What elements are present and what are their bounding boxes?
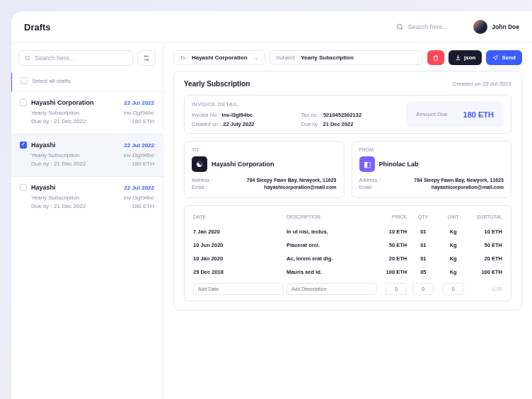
amount-due-label: Amount Due [416,111,447,117]
checkbox[interactable] [20,99,27,106]
draft-date: 22 Jul 2022 [124,185,154,191]
download-icon [455,54,461,61]
sliders-icon [143,54,150,62]
amount-due-value: 180 ETH [463,110,494,119]
global-search-placeholder: Search here... [408,23,449,30]
subject-label: Subject : [276,54,298,61]
draft-invoice: inv-l3gI94bc [124,152,154,158]
content-area: To : Hayashi Corporation ⌄ Subject : Yea… [163,43,532,399]
sidebar-search-placeholder: Search here... [35,54,75,62]
app-window: Drafts Search here... John Doe Search he… [11,11,532,399]
checkbox[interactable] [20,141,27,149]
line-items-table: DATE DESCRIPTION PRICE QTY UNIT SUBTOTAL… [184,205,511,301]
table-row: 10 Jan 2020Ac, lorem erat dig.20 ETH01Kg… [192,252,504,265]
filter-button[interactable] [137,50,156,66]
draft-amount: 180 ETH [132,203,154,209]
send-icon [492,54,499,61]
topbar: Drafts Search here... John Doe [11,11,532,42]
toolbar: To : Hayashi Corporation ⌄ Subject : Yea… [173,50,522,65]
svg-line-3 [29,59,30,60]
user-menu[interactable]: John Doe [473,20,519,34]
draft-item[interactable]: Hayashi 22 Jul 2022 Yearly Subscriptioni… [11,176,163,219]
add-qty-input[interactable] [412,283,434,295]
table-row: 29 Dec 2018Mauris sed id.100 ETH05Kg100 … [192,265,504,279]
col-subtotal: SUBTOTAL [468,212,504,225]
col-desc: DESCRIPTION [285,212,378,225]
avatar [473,20,487,34]
invoice-card: Yearly Subscription Created on 22 Jul 20… [173,71,522,311]
draft-subject: Yearly Subscription [31,110,79,116]
col-date: DATE [192,212,285,225]
draft-name: Hayashi [31,184,56,191]
party-to: TO ☯ Hayashi Corporation Address :784 Sl… [184,141,345,198]
draft-amount: 180 ETH [132,118,154,125]
svg-point-2 [25,56,29,59]
global-search[interactable]: Search here... [396,23,449,31]
send-label: Send [502,54,516,61]
add-unit-input[interactable] [443,283,464,295]
page-title: Drafts [24,22,51,33]
main-area: Search here... Select all drafts Hayashi… [11,42,532,399]
checkbox[interactable] [21,77,28,84]
to-value: Hayashi Corporation [192,54,248,61]
draft-item[interactable]: Hayashi 22 Jul 2022 Yearly Subscriptioni… [11,134,163,176]
draft-item[interactable]: Hayashi Corporation 22 Jul 2022 Yearly S… [11,91,163,134]
svg-point-6 [145,56,146,57]
invoice-detail-title: INVOICE DETAIL [192,101,398,108]
user-name: John Doe [492,23,519,30]
search-icon [396,23,404,31]
draft-date: 22 Jul 2022 [124,100,154,106]
to-select[interactable]: To : Hayashi Corporation ⌄ [173,50,265,65]
add-desc-input[interactable] [287,283,377,295]
draft-date: 22 Jul 2022 [124,142,154,149]
table-row: 10 Jun 2020Placerat orci.50 ETH01Kg50 ET… [192,238,504,252]
invoice-title: Yearly Subscription [184,80,250,88]
party-from: FROM ◧ Phinolac Lab Address :784 Sleepy … [352,141,512,198]
add-row: 0.00 [192,279,504,301]
draft-invoice: inv-l3gI94bc [124,195,154,201]
sidebar: Search here... Select all drafts Hayashi… [11,43,163,399]
draft-invoice: inv-l3gI94bc [124,110,154,116]
amount-due-box: Amount Due 180 ETH [406,101,504,127]
invoice-created: Created on 22 Jul 2022 [453,81,511,87]
col-price: PRICE [378,212,408,225]
invoice-detail-box: INVOICE DETAIL Invoice No :inv-l3gI94bc … [184,95,511,134]
draft-due: Due by : 21 Dec 2022 [31,118,86,125]
json-button[interactable]: json [449,50,482,65]
add-date-input[interactable] [193,283,284,295]
party-to-label: TO [192,147,337,152]
svg-line-1 [401,28,403,29]
checkbox[interactable] [20,184,27,191]
json-label: json [464,54,475,61]
phinolac-logo: ◧ [359,156,375,172]
party-from-name: Phinolac Lab [379,161,419,168]
search-icon [25,55,31,62]
sidebar-search[interactable]: Search here... [18,50,133,66]
trash-icon [432,54,439,62]
col-unit: UNIT [438,212,468,225]
subject-input[interactable]: Subject : Yearly Subscription [270,50,423,65]
select-all-label: Select all drafts [32,78,71,84]
table-row: 7 Jan 2020In ut nisi, lectus.10 ETH01Kg1… [192,225,504,238]
draft-subject: Yearly Subscription [31,195,79,201]
draft-subject: Yearly Subscription [31,152,79,158]
chevron-down-icon: ⌄ [254,54,259,61]
draft-due: Due by : 21 Dec 2022 [31,161,86,167]
subject-value: Yearly Subscription [301,54,354,61]
add-price-input[interactable] [386,283,407,295]
send-button[interactable]: Send [486,50,522,65]
draft-name: Hayashi [31,141,56,149]
to-label: To : [180,54,189,61]
col-qty: QTY [408,212,438,225]
party-from-label: FROM [359,147,504,152]
hayashi-logo: ☯ [192,156,207,172]
draft-amount: 180 ETH [132,161,154,167]
svg-point-0 [397,24,401,28]
delete-button[interactable] [427,50,444,65]
party-to-name: Hayashi Corporation [212,161,274,168]
select-all-drafts[interactable]: Select all drafts [11,73,163,91]
add-subtotal: 0.00 [468,279,504,301]
draft-due: Due by : 21 Dec 2022 [31,203,86,209]
draft-name: Hayashi Corporation [31,99,94,106]
svg-point-7 [147,59,149,61]
